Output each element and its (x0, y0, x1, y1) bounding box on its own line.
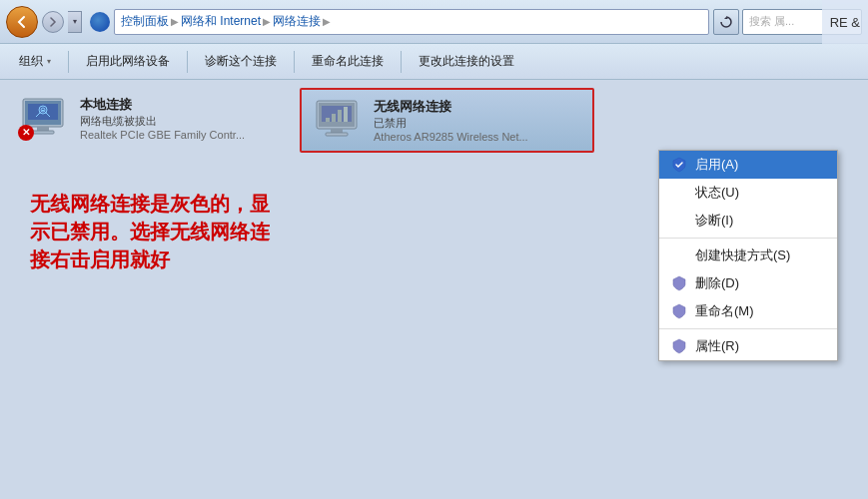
wireless-connection-info: 无线网络连接 已禁用 Atheros AR9285 Wireless Net..… (374, 98, 528, 143)
top-right-text: RE & (822, 0, 868, 44)
wireless-connection-item[interactable]: 无线网络连接 已禁用 Atheros AR9285 Wireless Net..… (300, 88, 594, 153)
breadcrumb-sep-3: ▶ (323, 16, 331, 27)
organize-button[interactable]: 组织 ▾ (8, 48, 62, 76)
context-menu-separator-1 (659, 238, 837, 239)
shield-icon-rename (671, 303, 687, 319)
shield-icon-properties (671, 338, 687, 354)
toolbar-separator-2 (187, 51, 188, 73)
error-badge: ✕ (18, 125, 34, 141)
main-content: ✕ 本地连接 网络电缆被拔出 Realtek PCIe GBE Family C… (0, 80, 868, 499)
rename-button[interactable]: 重命名此连接 (301, 48, 395, 76)
local-connection-info: 本地连接 网络电缆被拔出 Realtek PCIe GBE Family Con… (80, 96, 245, 141)
svg-rect-16 (338, 110, 342, 122)
breadcrumb-sep-1: ▶ (171, 16, 179, 27)
svg-rect-14 (326, 118, 330, 122)
forward-button[interactable] (42, 11, 64, 33)
shield-icon-delete (671, 275, 687, 291)
breadcrumb-control-panel[interactable]: 控制面板 (121, 13, 169, 30)
enable-network-button[interactable]: 启用此网络设备 (75, 48, 181, 76)
context-menu-create-shortcut[interactable]: 创建快捷方式(S) (659, 242, 837, 269)
refresh-button[interactable] (713, 9, 739, 35)
svg-rect-13 (326, 133, 348, 136)
annotation-text: 无线网络连接是灰色的，显示已禁用。选择无线网络连接右击启用就好 (30, 190, 270, 273)
toolbar-separator-4 (401, 51, 402, 73)
context-menu-delete[interactable]: 删除(D) (659, 269, 837, 297)
toolbar-separator-1 (68, 51, 69, 73)
wireless-connection-adapter: Atheros AR9285 Wireless Net... (374, 131, 528, 143)
wireless-connection-icon (312, 99, 362, 141)
context-menu-separator-2 (659, 328, 837, 329)
local-connection-name: 本地连接 (80, 96, 245, 114)
wireless-connection-name: 无线网络连接 (374, 98, 528, 116)
back-button[interactable] (6, 6, 38, 38)
context-menu-rename[interactable]: 重命名(M) (659, 297, 837, 325)
wireless-connection-status: 已禁用 (374, 116, 528, 131)
breadcrumb-network-internet[interactable]: 网络和 Internet (181, 13, 261, 30)
search-placeholder: 搜索 属... (749, 14, 794, 29)
address-bar: ▾ 控制面板 ▶ 网络和 Internet ▶ 网络连接 ▶ 搜索 属... R… (0, 0, 868, 44)
toolbar: 组织 ▾ 启用此网络设备 诊断这个连接 重命名此连接 更改此连接的设置 (0, 44, 868, 80)
breadcrumb: 控制面板 ▶ 网络和 Internet ▶ 网络连接 ▶ (114, 9, 709, 35)
change-settings-button[interactable]: 更改此连接的设置 (408, 48, 525, 76)
local-connection-icon-wrap: ✕ (18, 97, 70, 141)
local-connection-adapter: Realtek PCIe GBE Family Contr... (80, 129, 245, 141)
context-menu-status[interactable]: 状态(U) (659, 179, 837, 207)
nav-dropdown-button[interactable]: ▾ (68, 11, 82, 33)
toolbar-separator-3 (294, 51, 295, 73)
context-menu-properties[interactable]: 属性(R) (659, 332, 837, 360)
svg-rect-17 (344, 107, 348, 122)
globe-icon (90, 12, 110, 32)
context-menu-diagnose[interactable]: 诊断(I) (659, 207, 837, 235)
breadcrumb-sep-2: ▶ (263, 16, 271, 27)
context-menu: 启用(A) 状态(U) 诊断(I) 创建快捷方式(S) 删除(D) (658, 150, 838, 361)
wireless-connection-icon-wrap (312, 99, 364, 143)
shield-icon-enable (671, 157, 687, 173)
context-menu-enable[interactable]: 启用(A) (659, 151, 837, 179)
diagnose-button[interactable]: 诊断这个连接 (194, 48, 288, 76)
breadcrumb-connections[interactable]: 网络连接 (273, 13, 321, 30)
organize-dropdown-arrow: ▾ (47, 57, 51, 66)
svg-rect-15 (332, 114, 336, 122)
svg-rect-4 (32, 131, 54, 134)
local-connection-status: 网络电缆被拔出 (80, 114, 245, 129)
